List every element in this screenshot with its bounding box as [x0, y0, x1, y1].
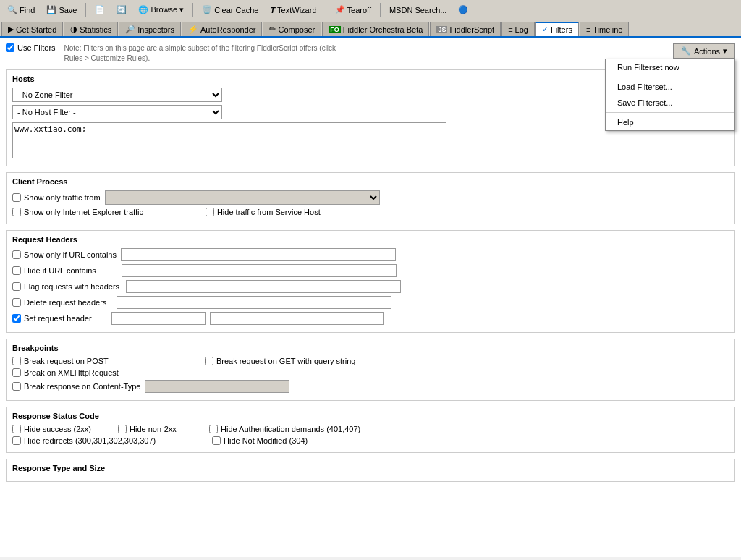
break-xml-label[interactable]: Break on XMLHttpRequest [12, 368, 119, 377]
hide-redirects-label[interactable]: Hide redirects (300,301,302,303,307) [12, 436, 208, 445]
find-icon: 🔍 [7, 5, 17, 14]
hide-url-input[interactable] [122, 264, 397, 277]
tab-statistics[interactable]: ◑ Statistics [64, 22, 118, 36]
actions-dropdown-menu: Run Filterset now Load Filterset... Save… [605, 59, 735, 131]
tabbar: ▶ Get Started ◑ Statistics 🔎 Inspectors … [0, 20, 741, 38]
run-filterset-item[interactable]: Run Filterset now [606, 59, 734, 75]
actions-button[interactable]: 🔧 Actions ▾ [673, 43, 735, 59]
break-response-checkbox[interactable] [12, 382, 21, 391]
set-header-name-input[interactable] [111, 312, 206, 325]
save-icon: 💾 [46, 5, 56, 14]
hide-url-label[interactable]: Hide if URL contains [12, 266, 96, 275]
zone-filter-select[interactable]: - No Zone Filter - Zone 1 Zone 2 [12, 88, 222, 102]
set-header-value-input[interactable] [210, 312, 384, 325]
breakpoints-section: Breakpoints Break request on POST Break … [6, 339, 735, 401]
response-type-title: Response Type and Size [12, 464, 729, 472]
delete-headers-label[interactable]: Delete request headers [12, 298, 106, 307]
response-status-row2: Hide redirects (300,301,302,303,307) Hid… [12, 436, 729, 445]
tab-filters[interactable]: ✓ Filters [535, 22, 579, 36]
show-only-url-row: Show only if URL contains [12, 248, 729, 261]
info-button[interactable]: 🔵 [454, 4, 473, 16]
browse-button[interactable]: 🌐 Browse ▾ [134, 4, 188, 16]
separator [326, 3, 326, 17]
flag-headers-label[interactable]: Flag requests with headers [12, 282, 119, 291]
tab-composer[interactable]: ✏ Composer [263, 22, 321, 36]
use-filters-row: Use Filters Note: Filters on this page a… [6, 43, 339, 64]
break-get-label[interactable]: Break request on GET with query string [205, 357, 355, 365]
hide-success-checkbox[interactable] [12, 425, 21, 433]
break-response-input[interactable] [145, 380, 289, 393]
save-filterset-item[interactable]: Save Filterset... [606, 95, 734, 111]
set-header-checkbox[interactable] [12, 314, 21, 323]
breakpoints-row1: Break request on POST Break request on G… [12, 357, 729, 365]
break-post-checkbox[interactable] [12, 357, 21, 365]
show-only-url-input[interactable] [121, 248, 396, 261]
use-filters-label[interactable]: Use Filters [6, 43, 56, 52]
tab-inspectors[interactable]: 🔎 Inspectors [119, 22, 181, 36]
show-only-url-label[interactable]: Show only if URL contains [12, 250, 117, 259]
response-status-title: Response Status Code [12, 412, 729, 420]
show-only-traffic-checkbox[interactable] [12, 193, 21, 202]
hosts-textarea[interactable]: www.xxtiao.com; [12, 122, 446, 158]
help-item[interactable]: Help [606, 114, 734, 130]
response-status-row1: Hide success (2xx) Hide non-2xx Hide Aut… [12, 425, 729, 433]
host-filter-select[interactable]: - No Host Filter - Host 1 Host 2 [12, 105, 222, 119]
save-button[interactable]: 💾 Save [42, 4, 81, 16]
tab-fiddlerscript[interactable]: JS FiddlerScript [430, 22, 501, 36]
hide-not-modified-label[interactable]: Hide Not Modified (304) [212, 436, 308, 445]
info-icon: 🔵 [458, 5, 468, 14]
actions-icon: 🔧 [681, 46, 691, 56]
doc-button[interactable]: 📄 [90, 4, 109, 16]
show-only-traffic-label[interactable]: Show only traffic from [12, 193, 101, 202]
menu-separator [606, 77, 734, 77]
show-only-ie-checkbox[interactable] [12, 208, 21, 216]
hide-non2xx-checkbox[interactable] [118, 425, 127, 433]
flag-headers-checkbox[interactable] [12, 282, 21, 291]
doc-icon: 📄 [95, 5, 105, 14]
hide-non2xx-label[interactable]: Hide non-2xx [118, 425, 205, 433]
flag-headers-row: Flag requests with headers [12, 280, 729, 293]
hide-auth-label[interactable]: Hide Authentication demands (401,407) [209, 425, 360, 433]
hide-traffic-checkbox[interactable] [206, 208, 214, 216]
tab-autoresponder-icon: ⚡ [188, 25, 198, 34]
breakpoints-row2: Break on XMLHttpRequest [12, 368, 729, 377]
traffic-from-select[interactable] [105, 190, 380, 205]
show-only-url-checkbox[interactable] [12, 250, 21, 259]
tearoff-button[interactable]: 📌 Tearoff [331, 4, 376, 16]
tab-fiddler-orchestra[interactable]: FO Fiddler Orchestra Beta [322, 22, 429, 36]
hide-url-checkbox[interactable] [12, 266, 21, 275]
load-filterset-item[interactable]: Load Filterset... [606, 79, 734, 95]
tab-get-started[interactable]: ▶ Get Started [1, 22, 63, 36]
hide-traffic-label[interactable]: Hide traffic from Service Host [206, 208, 321, 216]
clear-cache-icon: 🗑️ [202, 5, 212, 14]
textwizard-button[interactable]: T TextWizard [266, 4, 321, 16]
delete-headers-input[interactable] [117, 296, 391, 309]
hide-redirects-checkbox[interactable] [12, 436, 21, 445]
refresh-button[interactable]: 🔄 [112, 4, 131, 16]
break-xml-checkbox[interactable] [12, 368, 21, 377]
toolbar: 🔍 Find 💾 Save 📄 🔄 🌐 Browse ▾ 🗑️ Clear Ca… [0, 0, 741, 20]
tab-composer-icon: ✏ [269, 25, 276, 34]
msdn-button[interactable]: MSDN Search... [385, 4, 451, 16]
tab-timeline[interactable]: ≡ Timeline [580, 22, 630, 36]
client-process-section: Client Process Show only traffic from Sh… [6, 172, 735, 224]
flag-headers-input[interactable] [126, 280, 401, 293]
clear-cache-button[interactable]: 🗑️ Clear Cache [198, 4, 263, 16]
hide-not-modified-checkbox[interactable] [212, 436, 221, 445]
break-response-label[interactable]: Break response on Content-Type [12, 382, 140, 391]
delete-headers-checkbox[interactable] [12, 298, 21, 307]
response-status-section: Response Status Code Hide success (2xx) … [6, 407, 735, 453]
tab-autoresponder[interactable]: ⚡ AutoResponder [182, 22, 262, 36]
client-process-title: Client Process [12, 177, 729, 186]
use-filters-checkbox[interactable] [6, 43, 14, 52]
hide-success-label[interactable]: Hide success (2xx) [12, 425, 114, 433]
tab-log[interactable]: ≡ Log [501, 22, 535, 36]
break-post-label[interactable]: Break request on POST [12, 357, 157, 365]
break-get-checkbox[interactable] [205, 357, 213, 365]
set-header-label[interactable]: Set request header [12, 314, 92, 323]
show-only-ie-label[interactable]: Show only Internet Explorer traffic [12, 208, 143, 216]
refresh-icon: 🔄 [117, 5, 127, 14]
find-button[interactable]: 🔍 Find [3, 4, 39, 16]
hide-auth-checkbox[interactable] [209, 425, 218, 433]
tab-inspectors-icon: 🔎 [125, 25, 135, 34]
